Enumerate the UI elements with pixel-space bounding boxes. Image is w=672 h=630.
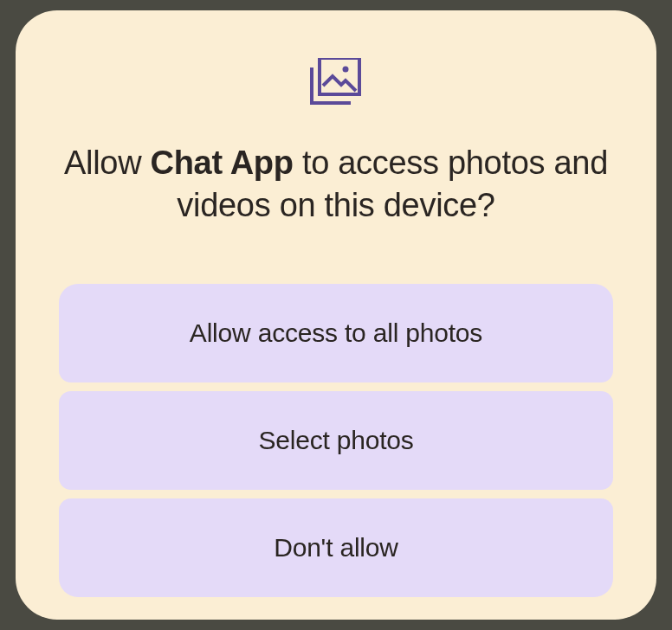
permission-dialog: Allow Chat App to access photos and vide… xyxy=(16,10,656,620)
photo-gallery-icon xyxy=(308,58,364,112)
svg-point-1 xyxy=(343,67,349,73)
permission-title: Allow Chat App to access photos and vide… xyxy=(59,142,613,228)
allow-all-button[interactable]: Allow access to all photos xyxy=(59,284,613,382)
dont-allow-button[interactable]: Don't allow xyxy=(59,498,613,597)
title-prefix: Allow xyxy=(64,145,151,181)
options-group: Allow access to all photos Select photos… xyxy=(59,284,613,597)
app-name: Chat App xyxy=(151,145,294,181)
select-photos-button[interactable]: Select photos xyxy=(59,391,613,490)
